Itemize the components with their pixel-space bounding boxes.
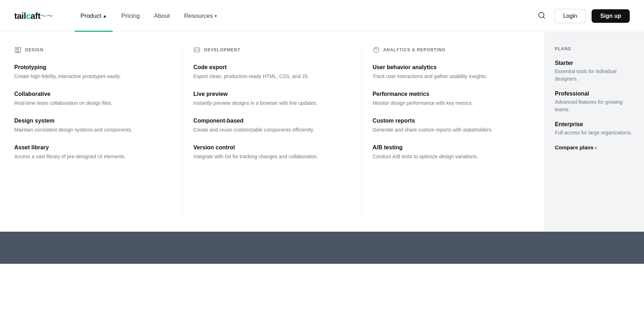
feature-user-behavior[interactable]: User behavior analytics Track user inter… — [373, 64, 519, 80]
nav-item-pricing[interactable]: Pricing — [116, 10, 145, 22]
feature-user-behavior-desc: Track user interactions and gather usabi… — [373, 73, 519, 80]
feature-code-export-title: Code export — [193, 64, 340, 71]
design-icon — [14, 46, 21, 53]
search-button[interactable] — [535, 9, 548, 23]
feature-asset-library-desc: Access a vast library of pre-designed UI… — [14, 153, 161, 160]
nav-right: Login Sign up — [535, 9, 630, 23]
feature-design-system-title: Design system — [14, 118, 161, 124]
nav-item-about[interactable]: About — [148, 10, 175, 22]
feature-performance-metrics-title: Performance metrics — [373, 91, 519, 97]
feature-code-export[interactable]: Code export Export clean, production-rea… — [193, 64, 340, 80]
feature-user-behavior-title: User behavior analytics — [373, 64, 519, 71]
logo[interactable]: tailcaft 〜〜 — [14, 11, 53, 21]
feature-prototyping-desc: Create high-fidelity, interactive protot… — [14, 73, 161, 80]
feature-collaborative-desc: Real-time team collaboration on design f… — [14, 99, 161, 107]
plan-starter-desc: Essential tools for individual designers… — [555, 68, 633, 83]
feature-code-export-desc: Export clean, production-ready HTML, CSS… — [193, 73, 340, 80]
navbar: tailcaft 〜〜 design Product ▲ Pricing Abo… — [0, 0, 644, 32]
analytics-label: ANALYTICS & REPORTING — [383, 47, 445, 52]
feature-asset-library[interactable]: Asset library Access a vast library of p… — [14, 144, 161, 160]
logo-wave-icon: 〜〜 — [40, 12, 53, 20]
plans-label: PLANS — [555, 46, 633, 51]
search-icon — [538, 11, 546, 19]
feature-prototyping-title: Prototyping — [14, 64, 161, 71]
development-label: DEVELOPMENT — [204, 47, 240, 52]
plan-professional[interactable]: Professional Advanced features for growi… — [555, 91, 633, 113]
plan-starter-name: Starter — [555, 60, 633, 66]
footer-bar — [0, 232, 644, 264]
feature-component-based[interactable]: Component-based Create and reuse customi… — [193, 118, 340, 134]
analytics-icon — [373, 46, 380, 53]
dropdown-panel: DESIGN Prototyping Create high-fidelity,… — [0, 32, 644, 232]
design-label: DESIGN — [25, 47, 44, 52]
divider-1 — [182, 46, 183, 217]
feature-version-control-title: Version control — [193, 144, 340, 151]
analytics-header: ANALYTICS & REPORTING — [373, 46, 519, 53]
dropdown-main: DESIGN Prototyping Create high-fidelity,… — [0, 32, 544, 232]
feature-live-preview-title: Live preview — [193, 91, 340, 97]
development-header: DEVELOPMENT — [193, 46, 340, 53]
plan-professional-desc: Advanced features for growing teams. — [555, 98, 633, 113]
chevron-down-icon-resources: ▾ — [215, 14, 217, 19]
development-icon — [193, 46, 200, 53]
feature-component-based-desc: Create and reuse customizable components… — [193, 126, 340, 134]
feature-ab-testing[interactable]: A/B testing Conduct A/B tests to optimiz… — [373, 144, 519, 160]
analytics-column: ANALYTICS & REPORTING User behavior anal… — [373, 46, 530, 217]
plan-enterprise-name: Enterprise — [555, 121, 633, 128]
feature-version-control[interactable]: Version control Integrate with Git for t… — [193, 144, 340, 160]
feature-ab-testing-title: A/B testing — [373, 144, 519, 151]
design-header: DESIGN — [14, 46, 161, 53]
feature-custom-reports-desc: Generate and share custom reports with s… — [373, 126, 519, 134]
plan-professional-name: Professional — [555, 91, 633, 97]
feature-performance-metrics-desc: Monitor design performance with key metr… — [373, 99, 519, 107]
feature-collaborative-title: Collaborative — [14, 91, 161, 97]
feature-design-system-desc: Maintain consistent design systems and c… — [14, 126, 161, 134]
nav-item-resources[interactable]: Resources ▾ — [178, 10, 222, 22]
feature-performance-metrics[interactable]: Performance metrics Monitor design perfo… — [373, 91, 519, 107]
feature-collaborative[interactable]: Collaborative Real-time team collaborati… — [14, 91, 161, 107]
feature-design-system[interactable]: Design system Maintain consistent design… — [14, 118, 161, 134]
divider-2 — [362, 46, 362, 217]
logo-text: tailcaft — [14, 11, 40, 21]
feature-prototyping[interactable]: Prototyping Create high-fidelity, intera… — [14, 64, 161, 80]
feature-live-preview-desc: Instantly preview designs in a browser w… — [193, 99, 340, 107]
development-column: DEVELOPMENT Code export Export clean, pr… — [193, 46, 351, 217]
nav-item-product[interactable]: design Product ▲ — [75, 10, 112, 22]
feature-custom-reports[interactable]: Custom reports Generate and share custom… — [373, 118, 519, 134]
plan-enterprise-desc: Full access for large organizations. — [555, 129, 633, 137]
plans-sidebar: PLANS Starter Essential tools for indivi… — [544, 32, 644, 232]
feature-component-based-title: Component-based — [193, 118, 340, 124]
feature-version-control-desc: Integrate with Git for tracking changes … — [193, 153, 340, 160]
main-nav: design Product ▲ Pricing About Resources… — [75, 10, 535, 22]
plan-starter[interactable]: Starter Essential tools for individual d… — [555, 60, 633, 83]
feature-custom-reports-title: Custom reports — [373, 118, 519, 124]
feature-ab-testing-desc: Conduct A/B tests to optimize design var… — [373, 153, 519, 160]
feature-live-preview[interactable]: Live preview Instantly preview designs i… — [193, 91, 340, 107]
design-column: DESIGN Prototyping Create high-fidelity,… — [14, 46, 172, 217]
login-button[interactable]: Login — [554, 9, 586, 23]
signup-button[interactable]: Sign up — [592, 9, 630, 23]
chevron-down-icon: ▲ — [103, 14, 107, 19]
svg-line-1 — [543, 17, 545, 18]
compare-plans-link[interactable]: Compare plans › — [555, 144, 633, 150]
plan-enterprise[interactable]: Enterprise Full access for large organiz… — [555, 121, 633, 137]
feature-asset-library-title: Asset library — [14, 144, 161, 151]
